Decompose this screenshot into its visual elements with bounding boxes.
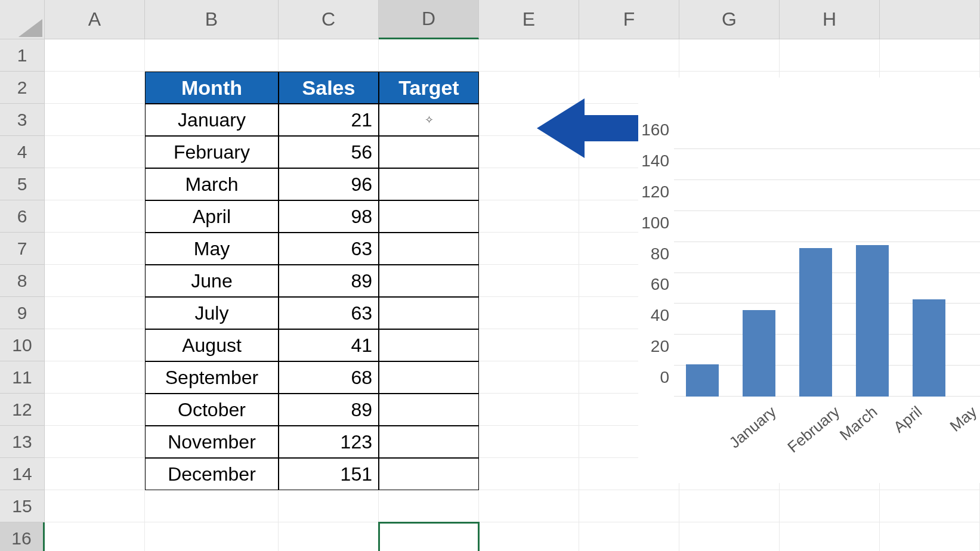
bar-February[interactable] bbox=[743, 310, 775, 397]
cell-A2[interactable] bbox=[45, 72, 145, 104]
cell-E12[interactable] bbox=[479, 394, 579, 426]
table-row-target[interactable] bbox=[379, 233, 479, 265]
table-row-month[interactable]: February bbox=[145, 136, 279, 168]
table-row-target[interactable] bbox=[379, 297, 479, 329]
table-row-month[interactable]: March bbox=[145, 168, 279, 200]
row-header-5[interactable]: 5 bbox=[0, 168, 45, 200]
row-header-9[interactable]: 9 bbox=[0, 297, 45, 329]
cell-A6[interactable] bbox=[45, 200, 145, 233]
cell-E15[interactable] bbox=[479, 490, 579, 522]
table-row-month[interactable]: January bbox=[145, 104, 279, 136]
table-row-target[interactable]: ✧ bbox=[379, 104, 479, 136]
column-header-F[interactable]: F bbox=[579, 0, 679, 39]
cell-C1[interactable] bbox=[279, 39, 379, 72]
row-header-14[interactable]: 14 bbox=[0, 458, 45, 490]
table-row-target[interactable] bbox=[379, 361, 479, 394]
table-row-sales[interactable]: 21 bbox=[279, 104, 379, 136]
cell-G1[interactable] bbox=[679, 39, 780, 72]
cell-A14[interactable] bbox=[45, 458, 145, 490]
bar-March[interactable] bbox=[799, 248, 832, 397]
cell-F1[interactable] bbox=[579, 39, 679, 72]
cell-A16[interactable] bbox=[45, 522, 145, 551]
table-header-sales[interactable]: Sales bbox=[279, 72, 379, 104]
row-header-4[interactable]: 4 bbox=[0, 136, 45, 168]
cell-H16[interactable] bbox=[780, 522, 880, 551]
row-header-8[interactable]: 8 bbox=[0, 265, 45, 297]
column-header-D[interactable]: D bbox=[379, 0, 479, 39]
row-header-7[interactable]: 7 bbox=[0, 233, 45, 265]
cell-E2[interactable] bbox=[479, 72, 579, 104]
table-row-sales[interactable]: 98 bbox=[279, 200, 379, 233]
cell-E3[interactable] bbox=[479, 104, 579, 136]
table-row-month[interactable]: May bbox=[145, 233, 279, 265]
cell-D16[interactable] bbox=[379, 522, 479, 551]
row-header-16[interactable]: 16 bbox=[0, 522, 45, 551]
cell-E10[interactable] bbox=[479, 329, 579, 361]
cell-H15[interactable] bbox=[780, 490, 880, 522]
cell-F16[interactable] bbox=[579, 522, 679, 551]
table-row-target[interactable] bbox=[379, 426, 479, 458]
bar-April[interactable] bbox=[856, 245, 889, 397]
column-header-G[interactable]: G bbox=[679, 0, 780, 39]
cell-E13[interactable] bbox=[479, 426, 579, 458]
cell-A7[interactable] bbox=[45, 233, 145, 265]
cell-A11[interactable] bbox=[45, 361, 145, 394]
cell-A9[interactable] bbox=[45, 297, 145, 329]
row-header-1[interactable]: 1 bbox=[0, 39, 45, 72]
row-header-13[interactable]: 13 bbox=[0, 426, 45, 458]
table-row-month[interactable]: September bbox=[145, 361, 279, 394]
cell-D1[interactable] bbox=[379, 39, 479, 72]
table-row-sales[interactable]: 89 bbox=[279, 394, 379, 426]
table-row-sales[interactable]: 56 bbox=[279, 136, 379, 168]
cell-H1[interactable] bbox=[780, 39, 880, 72]
table-row-target[interactable] bbox=[379, 168, 479, 200]
cell-E16[interactable] bbox=[479, 522, 579, 551]
table-row-target[interactable] bbox=[379, 136, 479, 168]
table-row-sales[interactable]: 96 bbox=[279, 168, 379, 200]
sales-bar-chart[interactable]: 020406080100120140160 JanuaryFebruaryMar… bbox=[638, 78, 980, 483]
table-header-month[interactable]: Month bbox=[145, 72, 279, 104]
table-row-sales[interactable]: 151 bbox=[279, 458, 379, 490]
cell-A5[interactable] bbox=[45, 168, 145, 200]
cell-G15[interactable] bbox=[679, 490, 780, 522]
cell-C15[interactable] bbox=[279, 490, 379, 522]
cell-C16[interactable] bbox=[279, 522, 379, 551]
cell-E1[interactable] bbox=[479, 39, 579, 72]
cell-E4[interactable] bbox=[479, 136, 579, 168]
cell-G16[interactable] bbox=[679, 522, 780, 551]
column-header-H[interactable]: H bbox=[780, 0, 880, 39]
cell-A15[interactable] bbox=[45, 490, 145, 522]
cell-E6[interactable] bbox=[479, 200, 579, 233]
cell-A12[interactable] bbox=[45, 394, 145, 426]
table-row-target[interactable] bbox=[379, 200, 479, 233]
cell-A10[interactable] bbox=[45, 329, 145, 361]
table-row-sales[interactable]: 41 bbox=[279, 329, 379, 361]
column-header-E[interactable]: E bbox=[479, 0, 579, 39]
table-row-sales[interactable]: 63 bbox=[279, 233, 379, 265]
column-header-C[interactable]: C bbox=[279, 0, 379, 39]
bar-January[interactable] bbox=[686, 364, 719, 397]
table-header-target[interactable]: Target bbox=[379, 72, 479, 104]
cell-E11[interactable] bbox=[479, 361, 579, 394]
table-row-target[interactable] bbox=[379, 394, 479, 426]
cell-A4[interactable] bbox=[45, 136, 145, 168]
cell-E8[interactable] bbox=[479, 265, 579, 297]
cell-E14[interactable] bbox=[479, 458, 579, 490]
table-row-month[interactable]: April bbox=[145, 200, 279, 233]
table-row-month[interactable]: November bbox=[145, 426, 279, 458]
table-row-target[interactable] bbox=[379, 329, 479, 361]
cell-B15[interactable] bbox=[145, 490, 279, 522]
table-row-target[interactable] bbox=[379, 265, 479, 297]
cell-D15[interactable] bbox=[379, 490, 479, 522]
row-header-6[interactable]: 6 bbox=[0, 200, 45, 233]
cell-E5[interactable] bbox=[479, 168, 579, 200]
row-header-10[interactable]: 10 bbox=[0, 329, 45, 361]
cell-A13[interactable] bbox=[45, 426, 145, 458]
table-row-month[interactable]: July bbox=[145, 297, 279, 329]
row-header-12[interactable]: 12 bbox=[0, 394, 45, 426]
table-row-sales[interactable]: 68 bbox=[279, 361, 379, 394]
table-row-sales[interactable]: 123 bbox=[279, 426, 379, 458]
table-row-sales[interactable]: 63 bbox=[279, 297, 379, 329]
cell-B1[interactable] bbox=[145, 39, 279, 72]
select-all-corner[interactable] bbox=[0, 0, 45, 39]
